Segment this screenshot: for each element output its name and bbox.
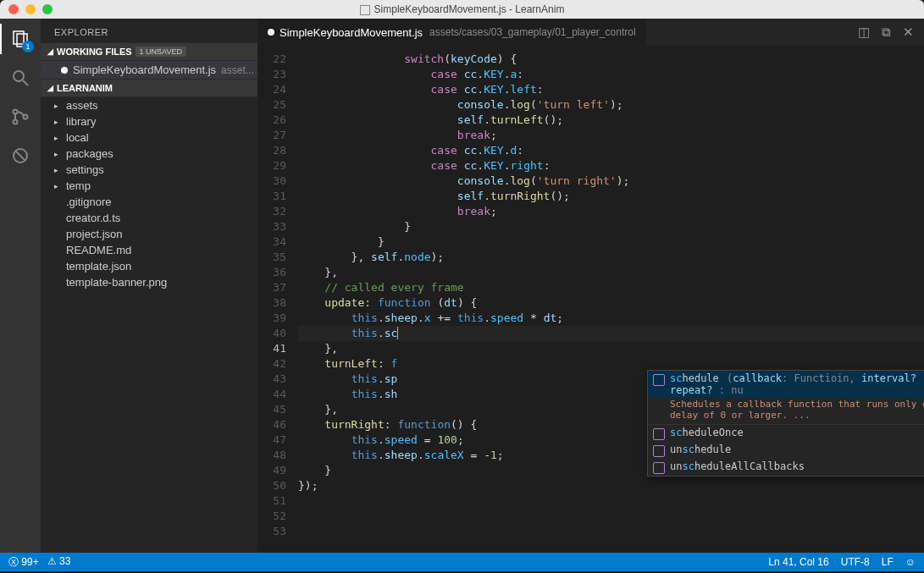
gutter: 2223242526272829303132333435363738394041… bbox=[257, 47, 298, 553]
svg-line-3 bbox=[23, 80, 28, 85]
suggest-widget[interactable]: schedule (callback: Functioin, interval?… bbox=[647, 370, 924, 477]
file-item[interactable]: project.json bbox=[41, 226, 257, 242]
suggest-item-schedule[interactable]: schedule (callback: Functioin, interval?… bbox=[648, 371, 924, 398]
tab-actions: ◫ ⧉ ✕ bbox=[858, 25, 924, 40]
file-item[interactable]: creator.d.ts bbox=[41, 210, 257, 226]
status-ln-col[interactable]: Ln 41, Col 16 bbox=[768, 556, 828, 568]
method-icon bbox=[653, 462, 665, 474]
status-encoding[interactable]: UTF-8 bbox=[841, 556, 870, 568]
folder-local[interactable]: ▸local bbox=[41, 129, 257, 146]
svg-point-5 bbox=[14, 120, 18, 124]
svg-point-2 bbox=[14, 71, 24, 81]
sidebar-title: EXPLORER bbox=[41, 19, 257, 42]
working-files-header[interactable]: ◢ WORKING FILES 1 UNSAVED bbox=[41, 42, 257, 61]
folder-library[interactable]: ▸library bbox=[41, 113, 257, 129]
search-icon[interactable] bbox=[8, 66, 32, 90]
titlebar: SimpleKeyboardMovement.js - LearnAnim bbox=[0, 0, 924, 19]
chevron-right-icon: ▸ bbox=[54, 150, 63, 158]
folder-settings[interactable]: ▸settings bbox=[41, 162, 257, 178]
status-errors[interactable]: ⓧ 99+ bbox=[8, 555, 39, 570]
status-eol[interactable]: LF bbox=[882, 556, 894, 568]
status-feedback-icon[interactable]: ☺ bbox=[905, 556, 916, 568]
unsaved-badge: 1 UNSAVED bbox=[136, 47, 186, 57]
code-area[interactable]: 2223242526272829303132333435363738394041… bbox=[257, 47, 924, 553]
breadcrumb: assets/cases/03_gameplay/01_player_contr… bbox=[429, 26, 635, 38]
svg-point-4 bbox=[14, 110, 18, 114]
explorer-icon[interactable]: 1 bbox=[8, 27, 32, 51]
suggest-item-unscheduleall[interactable]: unscheduleAllCallbacks bbox=[648, 459, 924, 476]
folder-temp[interactable]: ▸temp bbox=[41, 178, 257, 194]
file-item[interactable]: template.json bbox=[41, 258, 257, 274]
folder-packages[interactable]: ▸packages bbox=[41, 146, 257, 162]
more-icon[interactable]: ⧉ bbox=[882, 25, 891, 40]
close-icon[interactable] bbox=[8, 4, 19, 14]
project-header[interactable]: ◢ LEARNANIM bbox=[41, 79, 257, 97]
method-icon bbox=[653, 428, 665, 440]
dirty-indicator-icon bbox=[268, 29, 274, 36]
file-item[interactable]: .gitignore bbox=[41, 194, 257, 210]
sidebar: EXPLORER ◢ WORKING FILES 1 UNSAVED Simpl… bbox=[41, 19, 257, 553]
folder-assets[interactable]: ▸assets bbox=[41, 97, 257, 113]
chevron-right-icon: ▸ bbox=[54, 134, 63, 142]
traffic-lights bbox=[8, 4, 53, 14]
status-warnings[interactable]: ⚠ 33 bbox=[47, 555, 71, 570]
debug-icon[interactable] bbox=[8, 144, 32, 168]
code-lines[interactable]: switch(keyCode) { case cc.KEY.a: case cc… bbox=[298, 47, 924, 553]
chevron-right-icon: ▸ bbox=[54, 118, 63, 126]
explorer-badge: 1 bbox=[22, 41, 34, 52]
method-icon bbox=[653, 445, 665, 457]
working-file-item[interactable]: SimpleKeyboardMovement.js asset... bbox=[41, 61, 257, 79]
status-bar: ⓧ 99+ ⚠ 33 Ln 41, Col 16 UTF-8 LF ☺ bbox=[0, 553, 924, 571]
chevron-right-icon: ▸ bbox=[54, 182, 63, 190]
chevron-right-icon: ▸ bbox=[54, 102, 63, 110]
file-item[interactable]: template-banner.png bbox=[41, 274, 257, 290]
suggest-doc: Schedules a callback function that runs … bbox=[648, 398, 924, 425]
tab-active[interactable]: SimpleKeyboardMovement.js assets/cases/0… bbox=[257, 19, 647, 47]
chevron-right-icon: ▸ bbox=[54, 166, 63, 174]
file-item[interactable]: README.md bbox=[41, 242, 257, 258]
minimize-icon[interactable] bbox=[25, 4, 36, 14]
window-title: SimpleKeyboardMovement.js - LearnAnim bbox=[0, 3, 924, 15]
source-control-icon[interactable] bbox=[8, 105, 32, 129]
split-editor-icon[interactable]: ◫ bbox=[858, 25, 870, 40]
activity-bar: 1 bbox=[0, 19, 41, 553]
editor: SimpleKeyboardMovement.js assets/cases/0… bbox=[257, 19, 924, 553]
close-all-icon[interactable]: ✕ bbox=[903, 25, 914, 40]
tab-row: SimpleKeyboardMovement.js assets/cases/0… bbox=[257, 19, 924, 47]
suggest-item-unschedule[interactable]: unschedule bbox=[648, 442, 924, 459]
chevron-down-icon: ◢ bbox=[47, 47, 53, 56]
method-icon bbox=[653, 374, 665, 386]
chevron-down-icon: ◢ bbox=[47, 84, 53, 92]
maximize-icon[interactable] bbox=[42, 4, 53, 14]
dirty-indicator-icon bbox=[61, 67, 68, 74]
suggest-item-scheduleonce[interactable]: scheduleOnce bbox=[648, 425, 924, 442]
svg-line-8 bbox=[16, 152, 25, 160]
